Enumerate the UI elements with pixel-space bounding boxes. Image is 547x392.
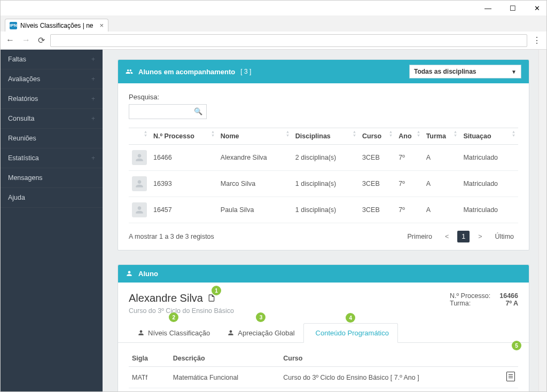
pager-page-1[interactable]: 1 [457, 231, 470, 242]
avatar-icon [132, 176, 147, 191]
panel-count: [ 3 ] [240, 68, 251, 75]
dropdown-arrow-icon: ▼ [511, 69, 517, 75]
url-input[interactable] [50, 34, 527, 47]
student-file-icon[interactable]: 1 [207, 293, 216, 305]
col-sort-avatar[interactable]: ˄˅ [129, 128, 150, 145]
person-icon [126, 270, 133, 278]
expand-icon: + [91, 95, 95, 103]
cell-disciplinas: 1 disciplina(s) [292, 171, 359, 197]
sidebar-label: Relatórios [8, 95, 38, 103]
student-tabs: 2 Níveis Classificação 3 Apreciação Glob… [118, 323, 529, 343]
cell-curso: Curso do 3º Ciclo do Ensino Básico [ 7.º… [280, 367, 499, 388]
tab-close-icon[interactable]: × [100, 21, 104, 29]
document-action-button[interactable] [506, 372, 515, 381]
cell-descricao: Matemática Funcional [170, 367, 280, 388]
col-action: 5 [499, 350, 518, 367]
favicon-icon: IPN [10, 22, 17, 29]
cell-situacao: Matriculado [460, 197, 518, 223]
students-table: ˄˅ N.º Processo˄˅ Nome˄˅ Disciplinas˄˅ C… [129, 128, 518, 223]
cell-nome: Alexandre Silva [217, 145, 292, 171]
minimize-button[interactable]: — [480, 3, 496, 13]
badge-1: 1 [212, 286, 221, 295]
sidebar-item-avaliacoes[interactable]: Avaliações + [1, 69, 103, 89]
cell-turma: A [423, 145, 460, 171]
cell-situacao: Matriculado [460, 171, 518, 197]
avatar-icon [132, 202, 147, 217]
pager: Primeiro < 1 > Último [403, 231, 518, 242]
tab-title: Níveis Classificações | ne [20, 22, 93, 29]
panel-title: Alunos em acompanhamento [138, 68, 235, 76]
table-row[interactable]: 16466 Alexandre Silva 2 disciplina(s) 3C… [129, 145, 518, 171]
col-descricao: Descrição [170, 350, 280, 367]
discipline-selected-value: Todas as disciplinas [414, 68, 476, 75]
table-row[interactable]: 16393 Marco Silva 1 disciplina(s) 3CEB 7… [129, 171, 518, 197]
col-ano[interactable]: Ano˄˅ [395, 128, 423, 145]
search-icon[interactable]: 🔍 [194, 107, 202, 115]
person-icon [227, 329, 235, 337]
cell-curso: Curso do 3º Ciclo do Ensino Básico [ 7.º… [280, 388, 499, 392]
table-row[interactable]: 16457 Paula Silva 1 disciplina(s) 3CEB 7… [129, 197, 518, 223]
col-curso[interactable]: Curso˄˅ [359, 128, 395, 145]
browser-tab[interactable]: IPN Níveis Classificações | ne × [5, 19, 108, 32]
badge-5: 5 [512, 341, 521, 350]
reload-button[interactable]: ⟳ [38, 35, 45, 45]
browser-menu-icon[interactable]: ⋮ [533, 35, 541, 45]
sidebar-item-faltas[interactable]: Faltas + [1, 50, 103, 69]
back-button[interactable]: ← [6, 35, 14, 45]
cell-situacao: Matriculado [460, 145, 518, 171]
tab-niveis-classificacao[interactable]: 2 Níveis Classificação [129, 323, 218, 342]
student-panel-header: Aluno [118, 265, 529, 283]
sidebar-item-estatistica[interactable]: Estatística + [1, 148, 103, 168]
table-showing-text: A mostrar 1 a 3 de 3 registos [129, 233, 214, 240]
tab-apreciacao-global[interactable]: 3 Apreciação Global [218, 323, 303, 342]
app-sidebar: Faltas + Avaliações + Relatórios + Consu… [1, 50, 103, 391]
col-nome[interactable]: Nome˄˅ [217, 128, 292, 145]
cell-processo: 16457 [150, 197, 217, 223]
tab-conteudo-programatico[interactable]: 4 Conteúdo Programático [303, 323, 398, 343]
forward-button[interactable]: → [22, 35, 30, 45]
address-bar: ← → ⟳ ⋮ [1, 32, 546, 50]
sidebar-item-reunioes[interactable]: Reuniões [1, 129, 103, 148]
cell-disciplinas: 1 disciplina(s) [292, 197, 359, 223]
cell-nome: Paula Silva [217, 197, 292, 223]
col-disciplinas[interactable]: Disciplinas˄˅ [292, 128, 359, 145]
student-course: Curso do 3º Ciclo do Ensino Básico [129, 307, 234, 315]
sidebar-label: Mensagens [8, 174, 43, 182]
pager-first[interactable]: Primeiro [403, 231, 436, 242]
cell-processo: 16466 [150, 145, 217, 171]
pager-last[interactable]: Último [491, 231, 518, 242]
badge-4: 4 [346, 313, 355, 323]
badge-2: 2 [169, 312, 178, 322]
browser-tab-bar: IPN Níveis Classificações | ne × [1, 15, 546, 32]
pager-prev[interactable]: < [441, 231, 453, 242]
subjects-table: Sigla Descrição Curso 5 MATf Matemática … [129, 350, 518, 391]
table-row: PORTf Português Funcional Curso do 3º Ci… [129, 388, 518, 392]
cell-turma: A [423, 171, 460, 197]
col-processo[interactable]: N.º Processo˄˅ [150, 128, 217, 145]
sidebar-item-ajuda[interactable]: Ajuda [1, 188, 103, 208]
search-label: Pesquisa: [129, 93, 518, 101]
student-detail-panel: Aluno Alexandre Silva 1 Curso do 3º Cicl… [118, 264, 529, 391]
cell-disciplinas: 2 disciplina(s) [292, 145, 359, 171]
discipline-select[interactable]: Todas as disciplinas ▼ [409, 65, 521, 79]
close-window-button[interactable]: ✕ [530, 3, 544, 13]
tab-label: Apreciação Global [238, 329, 294, 337]
person-icon [137, 329, 145, 337]
table-row: MATf Matemática Funcional Curso do 3º Ci… [129, 367, 518, 388]
pager-next[interactable]: > [474, 231, 486, 242]
panel-title: Aluno [138, 270, 158, 278]
cell-nome: Marco Silva [217, 171, 292, 197]
sidebar-item-mensagens[interactable]: Mensagens [1, 168, 103, 188]
tab-label: Conteúdo Programático [316, 329, 389, 337]
col-situacao[interactable]: Situaçao˄˅ [460, 128, 518, 145]
sidebar-item-relatorios[interactable]: Relatórios + [1, 89, 103, 109]
maximize-button[interactable]: ☐ [505, 3, 520, 13]
col-turma[interactable]: Turma˄˅ [423, 128, 460, 145]
cell-ano: 7º [395, 171, 423, 197]
student-meta: N.º Processo:16466 Turma:7º A [450, 292, 518, 315]
sidebar-item-consulta[interactable]: Consulta + [1, 109, 103, 129]
main-content: Alunos em acompanhamento [ 3 ] Todas as … [103, 50, 546, 391]
sidebar-label: Faltas [8, 56, 26, 63]
sidebar-label: Estatística [8, 154, 39, 162]
sidebar-label: Ajuda [8, 194, 25, 201]
